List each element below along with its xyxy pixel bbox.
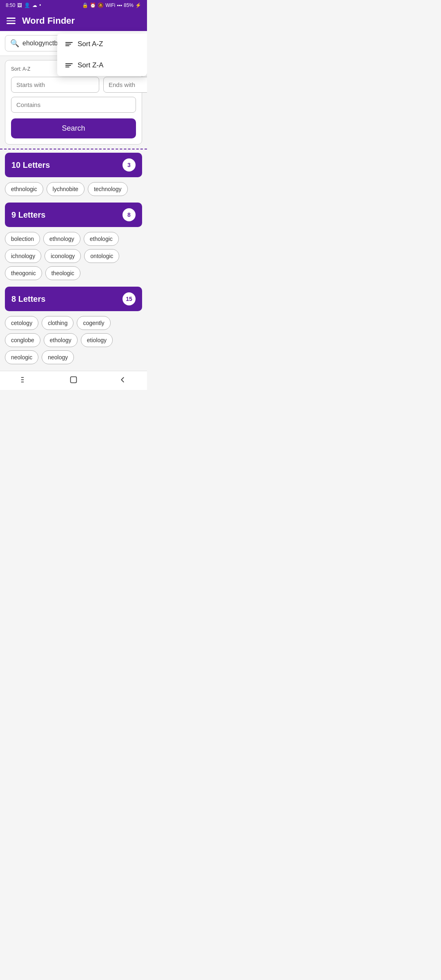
status-battery: 85%	[124, 2, 134, 8]
sort-az-icon	[65, 42, 73, 46]
status-time: 8:50	[6, 2, 15, 8]
nav-back-icon[interactable]	[118, 375, 127, 384]
word-chip[interactable]: clothing	[42, 316, 74, 330]
word-chip[interactable]: theogonic	[5, 266, 42, 280]
group-9-letters-chips: bolection ethnology ethologic ichnology …	[0, 230, 147, 283]
group-10-letters-header: 10 Letters 3	[5, 153, 142, 177]
group-9-letters-header: 9 Letters 8	[5, 203, 142, 227]
word-chip[interactable]: ethology	[44, 333, 78, 347]
ends-with-input[interactable]	[103, 77, 147, 93]
group-8-letters-title: 8 Letters	[11, 294, 45, 304]
starts-with-input[interactable]	[11, 77, 99, 93]
group-8-letters-header: 8 Letters 15	[5, 287, 142, 311]
app-title: Word Finder	[22, 16, 140, 26]
group-8-letters-chips: cetology clothing cogently conglobe etho…	[0, 314, 147, 368]
word-chip[interactable]: lychnobite	[47, 182, 85, 196]
word-chip[interactable]: conglobe	[5, 333, 40, 347]
contains-input[interactable]	[11, 97, 136, 113]
svg-rect-1	[21, 379, 24, 380]
word-chip[interactable]: neologic	[5, 350, 38, 364]
group-10-letters-count: 3	[122, 158, 136, 172]
dashed-divider	[0, 149, 147, 149]
filter-row-top	[11, 77, 136, 93]
status-photo-icon: 🖼	[17, 2, 22, 8]
sort-za-icon	[65, 63, 73, 67]
group-9-letters-title: 9 Letters	[11, 210, 45, 220]
status-charging-icon: ⚡	[135, 2, 141, 8]
status-bar: 8:50 🖼 👤 ☁ • 🔒 ⏰ 🔕 WiFi ▪▪▪ 85% ⚡	[0, 0, 147, 11]
group-10-letters-title: 10 Letters	[11, 160, 50, 170]
sort-dropdown: Sort A-Z Sort Z-A	[57, 33, 147, 76]
status-left: 8:50 🖼 👤 ☁ •	[6, 2, 41, 8]
svg-rect-2	[21, 382, 24, 383]
sort-az-item[interactable]: Sort A-Z	[57, 33, 147, 55]
word-chip[interactable]: ichnology	[5, 249, 41, 263]
word-chip[interactable]: ethnology	[43, 232, 80, 246]
word-chip[interactable]: bolection	[5, 232, 40, 246]
group-10-letters-chips: ethnologic lychnobite technology	[0, 180, 147, 199]
status-right: 🔒 ⏰ 🔕 WiFi ▪▪▪ 85% ⚡	[82, 2, 141, 8]
nav-lines-icon[interactable]	[20, 375, 29, 384]
word-chip[interactable]: ethnologic	[5, 182, 43, 196]
word-chip[interactable]: iconology	[45, 249, 81, 263]
sort-za-label: Sort Z-A	[78, 61, 103, 69]
sort-za-item[interactable]: Sort Z-A	[57, 55, 147, 76]
word-chip[interactable]: neology	[42, 350, 74, 364]
word-chip[interactable]: theologic	[45, 266, 80, 280]
status-signal-icon: ▪▪▪	[117, 2, 122, 8]
svg-rect-3	[71, 377, 77, 383]
svg-rect-0	[21, 377, 24, 378]
word-chip[interactable]: etiology	[81, 333, 113, 347]
status-lock-icon: 🔒	[82, 2, 88, 8]
app-bar: Word Finder	[0, 11, 147, 31]
status-person-icon: 👤	[24, 2, 30, 8]
status-cloud-icon: ☁	[32, 2, 37, 8]
search-button[interactable]: Search	[11, 118, 136, 138]
status-wifi-icon: WiFi	[105, 2, 115, 8]
group-9-letters-count: 8	[122, 208, 136, 221]
group-8-letters-count: 15	[122, 292, 136, 305]
search-icon: 🔍	[10, 39, 19, 48]
sort-az-label: Sort A-Z	[78, 40, 103, 48]
word-chip[interactable]: ontologic	[84, 249, 119, 263]
word-chip[interactable]: cogently	[77, 316, 110, 330]
word-chip[interactable]: technology	[88, 182, 128, 196]
status-mute-icon: 🔕	[98, 2, 104, 8]
word-chip[interactable]: cetology	[5, 316, 38, 330]
status-alarm-icon: ⏰	[90, 2, 96, 8]
word-chip[interactable]: ethologic	[84, 232, 119, 246]
status-dot-icon: •	[39, 2, 41, 8]
nav-bar	[0, 371, 147, 390]
menu-icon[interactable]	[7, 18, 16, 24]
nav-square-icon[interactable]	[69, 375, 78, 384]
